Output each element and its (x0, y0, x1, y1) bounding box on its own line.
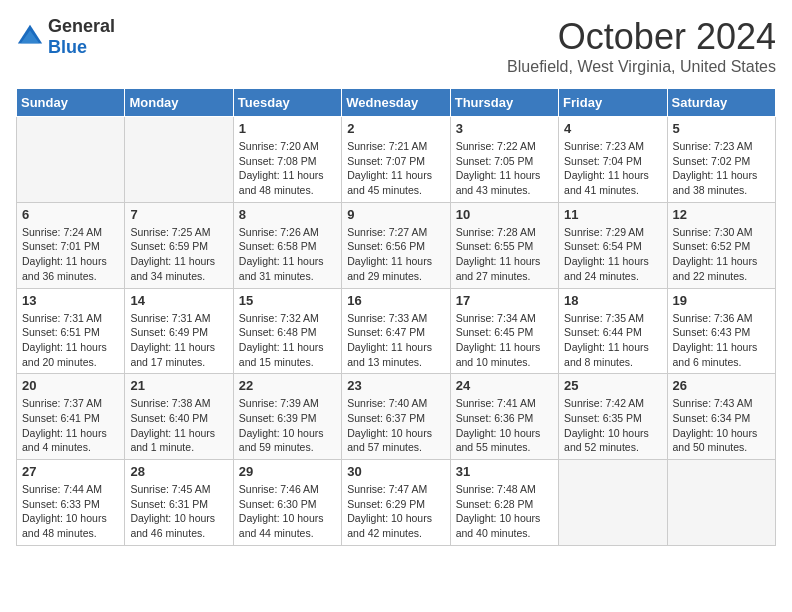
day-number: 7 (130, 207, 227, 222)
day-number: 12 (673, 207, 770, 222)
day-info: Sunrise: 7:35 AMSunset: 6:44 PMDaylight:… (564, 311, 661, 370)
calendar-cell (667, 460, 775, 546)
day-number: 2 (347, 121, 444, 136)
day-number: 30 (347, 464, 444, 479)
day-number: 1 (239, 121, 336, 136)
calendar-cell: 17Sunrise: 7:34 AMSunset: 6:45 PMDayligh… (450, 288, 558, 374)
day-number: 15 (239, 293, 336, 308)
location-subtitle: Bluefield, West Virginia, United States (507, 58, 776, 76)
calendar-cell: 22Sunrise: 7:39 AMSunset: 6:39 PMDayligh… (233, 374, 341, 460)
week-row-1: 1Sunrise: 7:20 AMSunset: 7:08 PMDaylight… (17, 117, 776, 203)
day-info: Sunrise: 7:27 AMSunset: 6:56 PMDaylight:… (347, 225, 444, 284)
day-header-thursday: Thursday (450, 89, 558, 117)
calendar-cell: 28Sunrise: 7:45 AMSunset: 6:31 PMDayligh… (125, 460, 233, 546)
day-info: Sunrise: 7:23 AMSunset: 7:02 PMDaylight:… (673, 139, 770, 198)
day-info: Sunrise: 7:32 AMSunset: 6:48 PMDaylight:… (239, 311, 336, 370)
day-number: 11 (564, 207, 661, 222)
calendar-cell: 14Sunrise: 7:31 AMSunset: 6:49 PMDayligh… (125, 288, 233, 374)
day-number: 14 (130, 293, 227, 308)
calendar-cell: 12Sunrise: 7:30 AMSunset: 6:52 PMDayligh… (667, 202, 775, 288)
calendar-cell: 6Sunrise: 7:24 AMSunset: 7:01 PMDaylight… (17, 202, 125, 288)
day-info: Sunrise: 7:24 AMSunset: 7:01 PMDaylight:… (22, 225, 119, 284)
day-info: Sunrise: 7:28 AMSunset: 6:55 PMDaylight:… (456, 225, 553, 284)
header-row: SundayMondayTuesdayWednesdayThursdayFrid… (17, 89, 776, 117)
calendar-cell: 5Sunrise: 7:23 AMSunset: 7:02 PMDaylight… (667, 117, 775, 203)
calendar-cell (125, 117, 233, 203)
day-info: Sunrise: 7:37 AMSunset: 6:41 PMDaylight:… (22, 396, 119, 455)
month-title: October 2024 (507, 16, 776, 58)
day-number: 10 (456, 207, 553, 222)
day-info: Sunrise: 7:20 AMSunset: 7:08 PMDaylight:… (239, 139, 336, 198)
day-info: Sunrise: 7:46 AMSunset: 6:30 PMDaylight:… (239, 482, 336, 541)
day-header-sunday: Sunday (17, 89, 125, 117)
logo-general: General (48, 16, 115, 36)
calendar-cell: 27Sunrise: 7:44 AMSunset: 6:33 PMDayligh… (17, 460, 125, 546)
calendar-cell: 9Sunrise: 7:27 AMSunset: 6:56 PMDaylight… (342, 202, 450, 288)
day-number: 19 (673, 293, 770, 308)
calendar-cell: 1Sunrise: 7:20 AMSunset: 7:08 PMDaylight… (233, 117, 341, 203)
day-header-friday: Friday (559, 89, 667, 117)
calendar-cell (17, 117, 125, 203)
day-info: Sunrise: 7:36 AMSunset: 6:43 PMDaylight:… (673, 311, 770, 370)
day-number: 25 (564, 378, 661, 393)
day-info: Sunrise: 7:31 AMSunset: 6:49 PMDaylight:… (130, 311, 227, 370)
calendar-cell: 23Sunrise: 7:40 AMSunset: 6:37 PMDayligh… (342, 374, 450, 460)
day-header-monday: Monday (125, 89, 233, 117)
day-info: Sunrise: 7:26 AMSunset: 6:58 PMDaylight:… (239, 225, 336, 284)
day-number: 26 (673, 378, 770, 393)
calendar-table: SundayMondayTuesdayWednesdayThursdayFrid… (16, 88, 776, 546)
day-number: 23 (347, 378, 444, 393)
day-number: 4 (564, 121, 661, 136)
day-number: 27 (22, 464, 119, 479)
day-number: 3 (456, 121, 553, 136)
day-info: Sunrise: 7:44 AMSunset: 6:33 PMDaylight:… (22, 482, 119, 541)
calendar-cell: 29Sunrise: 7:46 AMSunset: 6:30 PMDayligh… (233, 460, 341, 546)
day-info: Sunrise: 7:29 AMSunset: 6:54 PMDaylight:… (564, 225, 661, 284)
day-number: 31 (456, 464, 553, 479)
calendar-cell: 10Sunrise: 7:28 AMSunset: 6:55 PMDayligh… (450, 202, 558, 288)
day-header-wednesday: Wednesday (342, 89, 450, 117)
calendar-cell: 4Sunrise: 7:23 AMSunset: 7:04 PMDaylight… (559, 117, 667, 203)
day-header-saturday: Saturday (667, 89, 775, 117)
calendar-cell: 16Sunrise: 7:33 AMSunset: 6:47 PMDayligh… (342, 288, 450, 374)
day-number: 13 (22, 293, 119, 308)
day-info: Sunrise: 7:25 AMSunset: 6:59 PMDaylight:… (130, 225, 227, 284)
day-info: Sunrise: 7:48 AMSunset: 6:28 PMDaylight:… (456, 482, 553, 541)
day-number: 21 (130, 378, 227, 393)
day-number: 29 (239, 464, 336, 479)
day-number: 6 (22, 207, 119, 222)
day-number: 8 (239, 207, 336, 222)
calendar-cell: 8Sunrise: 7:26 AMSunset: 6:58 PMDaylight… (233, 202, 341, 288)
day-info: Sunrise: 7:22 AMSunset: 7:05 PMDaylight:… (456, 139, 553, 198)
calendar-cell: 7Sunrise: 7:25 AMSunset: 6:59 PMDaylight… (125, 202, 233, 288)
calendar-cell: 19Sunrise: 7:36 AMSunset: 6:43 PMDayligh… (667, 288, 775, 374)
day-number: 28 (130, 464, 227, 479)
day-info: Sunrise: 7:45 AMSunset: 6:31 PMDaylight:… (130, 482, 227, 541)
day-number: 9 (347, 207, 444, 222)
calendar-cell: 2Sunrise: 7:21 AMSunset: 7:07 PMDaylight… (342, 117, 450, 203)
day-number: 18 (564, 293, 661, 308)
calendar-cell: 3Sunrise: 7:22 AMSunset: 7:05 PMDaylight… (450, 117, 558, 203)
day-info: Sunrise: 7:23 AMSunset: 7:04 PMDaylight:… (564, 139, 661, 198)
calendar-cell: 20Sunrise: 7:37 AMSunset: 6:41 PMDayligh… (17, 374, 125, 460)
day-info: Sunrise: 7:40 AMSunset: 6:37 PMDaylight:… (347, 396, 444, 455)
day-info: Sunrise: 7:43 AMSunset: 6:34 PMDaylight:… (673, 396, 770, 455)
day-info: Sunrise: 7:38 AMSunset: 6:40 PMDaylight:… (130, 396, 227, 455)
day-header-tuesday: Tuesday (233, 89, 341, 117)
day-number: 24 (456, 378, 553, 393)
day-number: 20 (22, 378, 119, 393)
day-info: Sunrise: 7:42 AMSunset: 6:35 PMDaylight:… (564, 396, 661, 455)
day-number: 17 (456, 293, 553, 308)
calendar-cell: 31Sunrise: 7:48 AMSunset: 6:28 PMDayligh… (450, 460, 558, 546)
day-info: Sunrise: 7:31 AMSunset: 6:51 PMDaylight:… (22, 311, 119, 370)
week-row-5: 27Sunrise: 7:44 AMSunset: 6:33 PMDayligh… (17, 460, 776, 546)
day-info: Sunrise: 7:41 AMSunset: 6:36 PMDaylight:… (456, 396, 553, 455)
title-area: October 2024 Bluefield, West Virginia, U… (507, 16, 776, 76)
week-row-2: 6Sunrise: 7:24 AMSunset: 7:01 PMDaylight… (17, 202, 776, 288)
calendar-cell: 21Sunrise: 7:38 AMSunset: 6:40 PMDayligh… (125, 374, 233, 460)
calendar-cell: 25Sunrise: 7:42 AMSunset: 6:35 PMDayligh… (559, 374, 667, 460)
day-info: Sunrise: 7:21 AMSunset: 7:07 PMDaylight:… (347, 139, 444, 198)
week-row-4: 20Sunrise: 7:37 AMSunset: 6:41 PMDayligh… (17, 374, 776, 460)
day-number: 22 (239, 378, 336, 393)
day-info: Sunrise: 7:34 AMSunset: 6:45 PMDaylight:… (456, 311, 553, 370)
